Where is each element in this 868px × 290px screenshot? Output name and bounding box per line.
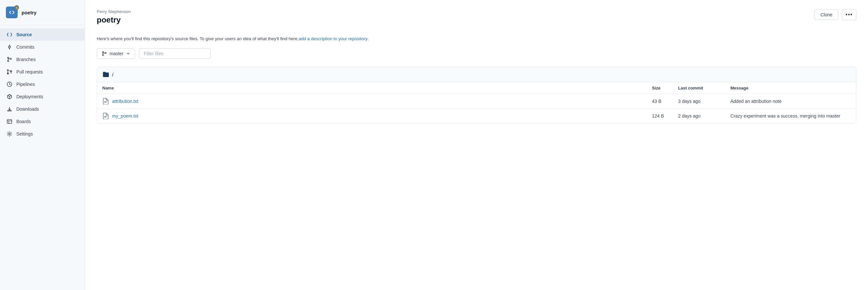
file-table: Name Size Last commit Message (97, 82, 856, 123)
title-section: Perry Stephenson poetry (97, 9, 131, 30)
file-link[interactable]: attribution.txt (112, 99, 138, 104)
file-link[interactable]: my_poem.txt (112, 113, 138, 119)
sidebar-item-label-deployments: Deployments (16, 94, 43, 99)
svg-rect-10 (7, 110, 11, 111)
main-content: Perry Stephenson poetry Clone ••• Here's… (85, 0, 868, 290)
sidebar-repo-name: poetry (22, 10, 37, 15)
file-browser-header: / (97, 67, 856, 82)
repo-logo: 🔒 (6, 6, 18, 18)
filter-input[interactable] (139, 49, 211, 59)
branch-selector[interactable]: master (97, 49, 135, 59)
svg-point-14 (9, 133, 10, 135)
sidebar-item-label-settings: Settings (16, 131, 33, 136)
sidebar-item-source[interactable]: Source (0, 28, 85, 41)
col-size: Size (647, 82, 673, 94)
sidebar-item-label-boards: Boards (16, 119, 31, 124)
settings-icon (6, 131, 12, 137)
svg-rect-11 (7, 120, 12, 124)
sidebar-nav: Source Commits (0, 25, 85, 290)
downloads-icon (6, 106, 12, 112)
clone-button[interactable]: Clone (814, 9, 839, 20)
file-message: Crazy experiment was a success, merging … (725, 109, 856, 124)
description-bar: Here's where you'll find this repository… (97, 36, 856, 41)
table-row: my_poem.txt 124 B 2 days ago Crazy exper… (97, 109, 856, 124)
lock-badge: 🔒 (14, 5, 19, 10)
branch-icon (102, 51, 107, 56)
sidebar-item-boards[interactable]: Boards (0, 115, 85, 128)
sidebar-item-label-downloads: Downloads (16, 106, 39, 112)
file-icon (102, 113, 109, 119)
sidebar-item-deployments[interactable]: Deployments (0, 91, 85, 103)
sidebar-item-settings[interactable]: Settings (0, 128, 85, 140)
file-size: 43 B (647, 94, 673, 109)
sidebar: 🔒 poetry Source Commits (0, 0, 85, 290)
sidebar-item-label-source: Source (16, 32, 32, 37)
file-name-cell: attribution.txt (97, 94, 647, 109)
chevron-down-icon (126, 52, 130, 56)
file-last-commit: 2 days ago (673, 109, 725, 124)
sidebar-item-branches[interactable]: Branches (0, 53, 85, 66)
sidebar-item-pull-requests[interactable]: Pull requests (0, 66, 85, 78)
file-size: 124 B (647, 109, 673, 124)
sidebar-item-pipelines[interactable]: Pipelines (0, 78, 85, 91)
boards-icon (6, 119, 12, 124)
folder-icon (102, 71, 110, 78)
sidebar-item-downloads[interactable]: Downloads (0, 103, 85, 115)
file-browser: / Name Size Last commit Message (97, 67, 856, 124)
file-message: Added an attribution note (725, 94, 856, 109)
col-name: Name (97, 82, 647, 94)
page-title: poetry (97, 15, 131, 25)
sidebar-item-label-branches: Branches (16, 57, 36, 62)
branch-label: master (110, 51, 124, 56)
table-row: attribution.txt 43 B 3 days ago Added an… (97, 94, 856, 109)
code-icon (8, 9, 15, 16)
file-name-cell: my_poem.txt (97, 109, 647, 124)
header-actions: Clone ••• (814, 9, 857, 20)
description-text-after: . (368, 36, 369, 41)
deployments-icon (6, 94, 12, 100)
breadcrumb: Perry Stephenson (97, 9, 131, 14)
sidebar-header: 🔒 poetry (0, 0, 85, 25)
sidebar-item-label-pull-requests: Pull requests (16, 69, 43, 74)
branches-icon (6, 57, 12, 62)
col-message: Message (725, 82, 856, 94)
file-browser-path: / (112, 72, 114, 77)
file-icon (102, 98, 109, 104)
sidebar-item-commits[interactable]: Commits (0, 41, 85, 53)
sidebar-item-label-pipelines: Pipelines (16, 82, 35, 87)
more-options-button[interactable]: ••• (842, 9, 856, 20)
commits-icon (6, 44, 12, 50)
description-link[interactable]: add a description to your repository (299, 36, 368, 41)
col-last-commit: Last commit (673, 82, 725, 94)
source-icon (6, 32, 12, 38)
pull-requests-icon (6, 69, 12, 75)
sidebar-item-label-commits: Commits (16, 44, 34, 50)
file-last-commit: 3 days ago (673, 94, 725, 109)
table-header-row: Name Size Last commit Message (97, 82, 856, 94)
pipelines-icon (6, 81, 12, 87)
description-text-before: Here's where you'll find this repository… (97, 36, 299, 41)
toolbar: master (97, 49, 856, 59)
page-header: Perry Stephenson poetry Clone ••• (97, 9, 856, 30)
